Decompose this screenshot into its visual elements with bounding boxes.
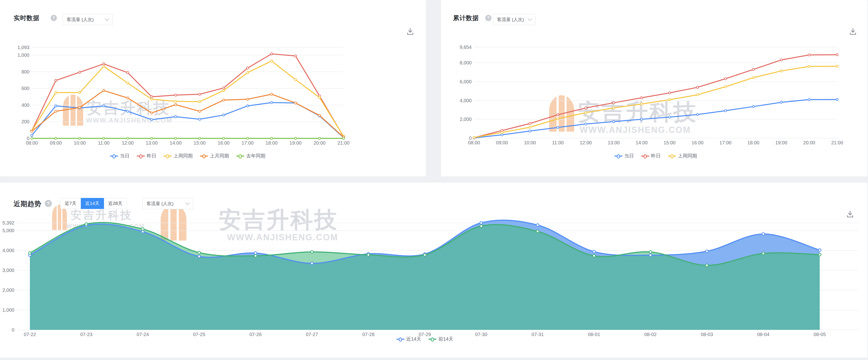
svg-text:2,000: 2,000 bbox=[2, 287, 14, 293]
svg-text:15:00: 15:00 bbox=[194, 140, 206, 145]
svg-text:13:00: 13:00 bbox=[146, 140, 158, 145]
svg-text:19:00: 19:00 bbox=[289, 140, 302, 145]
legend-marker-icon bbox=[668, 155, 676, 158]
cumulative-panel: 安吉升科技 WWW.ANJISHENG.COM 累计数据 ? 客流量 (人次) … bbox=[441, 0, 867, 176]
svg-text:400: 400 bbox=[22, 103, 29, 108]
svg-text:09:00: 09:00 bbox=[50, 140, 62, 145]
trend-area-chart: 01,0002,0003,0004,0005,0005,39207-2207-2… bbox=[0, 183, 867, 358]
svg-text:11:00: 11:00 bbox=[552, 140, 564, 145]
svg-text:8,000: 8,000 bbox=[460, 60, 472, 65]
svg-text:3,000: 3,000 bbox=[2, 268, 14, 273]
legend-item-2[interactable]: 上周同期 bbox=[668, 153, 697, 159]
svg-text:21:00: 21:00 bbox=[338, 140, 349, 145]
legend-marker-icon bbox=[200, 155, 208, 158]
legend-marker-icon bbox=[236, 155, 244, 158]
svg-text:14:00: 14:00 bbox=[170, 140, 182, 145]
legend-label: 上周同期 bbox=[174, 153, 193, 159]
svg-text:21:00: 21:00 bbox=[831, 140, 843, 145]
svg-text:200: 200 bbox=[22, 119, 29, 124]
legend-item-1[interactable]: 昨日 bbox=[641, 153, 661, 159]
legend-item-1[interactable]: 昨日 bbox=[137, 153, 156, 159]
svg-text:08:00: 08:00 bbox=[26, 140, 38, 145]
svg-text:13:00: 13:00 bbox=[608, 140, 620, 145]
legend-label: 上周同期 bbox=[678, 153, 697, 159]
legend-label: 去年同期 bbox=[246, 153, 265, 159]
svg-text:600: 600 bbox=[22, 86, 29, 91]
legend-item-0[interactable]: 当日 bbox=[614, 153, 634, 159]
svg-text:5,392: 5,392 bbox=[2, 220, 14, 225]
svg-text:17:00: 17:00 bbox=[719, 140, 732, 145]
realtime-legend: 当日昨日上周同期上月同期去年同期 bbox=[32, 153, 343, 159]
svg-text:11:00: 11:00 bbox=[98, 140, 110, 145]
svg-text:08:00: 08:00 bbox=[468, 140, 480, 145]
svg-text:10:00: 10:00 bbox=[524, 140, 536, 145]
svg-text:800: 800 bbox=[22, 69, 29, 75]
svg-text:9,654: 9,654 bbox=[460, 45, 472, 50]
legend-label: 前14天 bbox=[438, 336, 453, 342]
legend-label: 上月同期 bbox=[210, 153, 229, 159]
legend-marker-icon bbox=[641, 155, 649, 158]
legend-marker-icon bbox=[137, 155, 145, 158]
trend-panel: 安吉升科技 WWW.ANJISHENG.COM 安吉升科技 WWW.ANJISH… bbox=[0, 183, 867, 358]
legend-label: 近14天 bbox=[406, 336, 421, 342]
legend-item-3[interactable]: 上月同期 bbox=[200, 153, 229, 159]
range-button-14d[interactable]: 近14天 bbox=[81, 198, 104, 209]
svg-text:1,000: 1,000 bbox=[2, 307, 14, 313]
legend-label: 当日 bbox=[120, 153, 130, 159]
legend-item-4[interactable]: 去年同期 bbox=[236, 153, 265, 159]
trend-legend: 近14天前14天 bbox=[30, 336, 820, 342]
legend-marker-icon bbox=[614, 155, 622, 158]
svg-text:17:00: 17:00 bbox=[242, 140, 254, 145]
legend-marker-icon bbox=[396, 337, 404, 341]
svg-text:16:00: 16:00 bbox=[218, 140, 229, 145]
legend-item-0[interactable]: 当日 bbox=[110, 153, 130, 159]
svg-text:4,000: 4,000 bbox=[2, 248, 14, 253]
svg-text:18:00: 18:00 bbox=[747, 140, 759, 145]
svg-text:2,000: 2,000 bbox=[460, 116, 472, 122]
realtime-line-chart: 02004006008001,0001,09308:0009:0010:0011… bbox=[0, 0, 426, 176]
svg-text:09:00: 09:00 bbox=[496, 140, 508, 145]
svg-text:6,000: 6,000 bbox=[460, 79, 472, 84]
cumulative-line-chart: 02,0004,0006,0008,0009,65408:0009:0010:0… bbox=[441, 0, 867, 176]
svg-text:5,000: 5,000 bbox=[2, 228, 14, 233]
svg-text:20:00: 20:00 bbox=[314, 140, 326, 145]
svg-text:16:00: 16:00 bbox=[691, 140, 704, 145]
legend-item-2[interactable]: 上周同期 bbox=[163, 153, 193, 159]
svg-text:12:00: 12:00 bbox=[122, 140, 134, 145]
legend-marker-icon bbox=[110, 155, 118, 158]
svg-text:10:00: 10:00 bbox=[74, 140, 86, 145]
svg-text:14:00: 14:00 bbox=[636, 140, 648, 145]
legend-item-0[interactable]: 近14天 bbox=[396, 336, 421, 342]
cumulative-legend: 当日昨日上周同期 bbox=[474, 153, 837, 159]
legend-label: 昨日 bbox=[147, 153, 156, 159]
svg-text:19:00: 19:00 bbox=[775, 140, 787, 145]
legend-label: 昨日 bbox=[651, 153, 661, 159]
svg-text:1,093: 1,093 bbox=[18, 45, 29, 50]
legend-item-1[interactable]: 前14天 bbox=[428, 336, 453, 342]
svg-text:20:00: 20:00 bbox=[803, 140, 815, 145]
svg-text:18:00: 18:00 bbox=[266, 140, 278, 145]
legend-marker-icon bbox=[163, 155, 172, 158]
svg-text:4,000: 4,000 bbox=[460, 98, 472, 103]
legend-label: 当日 bbox=[624, 153, 634, 159]
svg-text:1,000: 1,000 bbox=[18, 52, 29, 58]
svg-text:15:00: 15:00 bbox=[663, 140, 676, 145]
svg-text:12:00: 12:00 bbox=[580, 140, 592, 145]
svg-text:0: 0 bbox=[12, 327, 14, 332]
legend-marker-icon bbox=[428, 337, 436, 341]
realtime-panel: 安吉升科技 WWW.ANJISHENG.COM 实时数据 ? 客流量 (人次) … bbox=[0, 0, 426, 176]
